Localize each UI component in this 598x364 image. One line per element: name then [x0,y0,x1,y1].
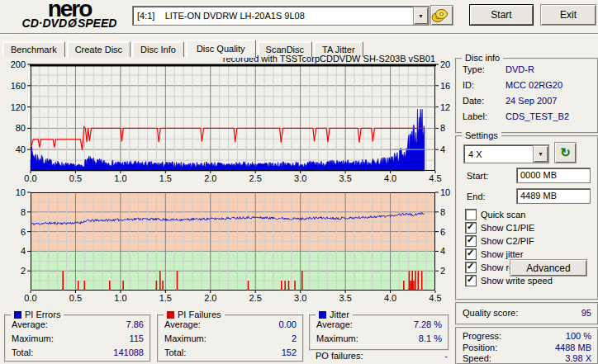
exit-button[interactable]: Exit [540,4,596,26]
disc-info-box: Disc info Type:DVD-R ID:MCC 02RG20 Date:… [455,58,598,134]
nero-cdspeed-window: nero CD·DVDØSPEED [4:1] LITE-ON DVDRW LH… [0,0,598,364]
chevron-down-icon[interactable]: ▼ [533,145,548,163]
settings-title: Settings [462,130,501,141]
svg-text:4: 4 [21,246,26,256]
quality-score-box: Quality score:95 [455,302,598,325]
svg-text:3.0: 3.0 [294,173,306,183]
start-button[interactable]: Start [469,4,534,26]
end-field-label: End: [467,191,486,201]
refresh-button[interactable]: ↻ [554,142,577,163]
disc-info-title: Disc info [462,53,503,64]
progress-box: Progress:100 % Position:4488 MB Speed:3.… [455,327,598,364]
pi-failures-stats-box: PI Failures Average:0.00 Maximum:2 Total… [157,314,304,362]
checkbox[interactable] [465,275,477,286]
svg-text:10: 10 [16,187,26,197]
checkbox[interactable] [465,235,477,247]
svg-text:6: 6 [440,227,445,237]
stat-row: Total:152 [159,347,302,358]
speed-select[interactable]: 4 X ▼ [463,144,549,163]
svg-text:0.5: 0.5 [69,293,82,303]
start-field[interactable]: 0000 MB [516,168,591,183]
jitter-legend: Jitter [316,310,353,320]
start-field-label: Start: [467,171,488,181]
checkbox[interactable] [465,262,477,273]
svg-text:2: 2 [440,266,445,276]
progress-row: Progress:100 % [457,331,597,342]
svg-text:3.5: 3.5 [339,293,351,303]
checkbox-show-c1-pie[interactable]: Show C1/PIE [465,222,534,234]
checkbox-quick-scan[interactable]: Quick scan [465,209,525,220]
pi-failures-legend: PI Failures [164,310,225,320]
disc-stack-icon [431,8,448,23]
svg-text:6: 6 [21,227,26,237]
stat-row: Average:0.00 [159,319,302,330]
svg-text:160: 160 [11,81,26,91]
svg-text:4.5: 4.5 [429,293,441,303]
svg-text:12: 12 [440,102,450,112]
toolbar-separator [0,33,598,35]
quality-score-value: 95 [581,306,591,319]
svg-text:3.0: 3.0 [294,293,306,303]
checkbox[interactable] [465,248,477,260]
checkbox[interactable] [465,222,477,234]
tab-disc-quality[interactable]: Disc Quality [186,40,256,58]
stat-row: Maximum:115 [6,333,150,344]
refresh-icon: ↻ [560,145,571,160]
end-field[interactable]: 4489 MB [516,188,591,204]
disc-glyph-icon: Ø [67,17,78,30]
disc-info-row: ID:MCC 02RG20 [457,79,597,91]
pi-errors-color-swatch [14,311,21,319]
pi-errors-chart: 4080120160200481216200.00.51.01.52.02.53… [0,54,453,187]
svg-text:1.0: 1.0 [114,293,126,303]
svg-text:10: 10 [440,187,450,197]
svg-text:1.5: 1.5 [159,173,172,183]
checkbox[interactable] [465,209,477,220]
svg-text:2.0: 2.0 [204,293,216,303]
svg-text:20: 20 [440,59,450,69]
drive-selector-value: [4:1] LITE-ON DVDRW LH-20A1S 9L08 [133,11,413,21]
svg-text:80: 80 [16,123,26,133]
stat-row: Average:7.86 [6,319,150,330]
svg-text:8: 8 [21,207,26,217]
svg-text:8: 8 [440,207,445,217]
svg-text:40: 40 [16,144,26,154]
drive-selector[interactable]: [4:1] LITE-ON DVDRW LH-20A1S 9L08 ▼ [132,6,430,26]
disc-info-row: Label:CDS_TEST_B2 [457,111,597,122]
svg-text:2: 2 [21,266,26,276]
stat-row: Average:7.28 % [311,319,448,330]
pi-errors-stats-box: PI Errors Average:7.86 Maximum:115 Total… [4,314,151,362]
disc-info-row: Date:24 Sep 2007 [457,95,597,106]
svg-text:4.0: 4.0 [384,293,396,303]
advanced-button[interactable]: Advanced [510,259,587,277]
svg-text:0.0: 0.0 [24,173,36,183]
svg-text:4.5: 4.5 [429,173,441,183]
jitter-stats-box: Jitter Average:7.28 % Maximum:8.1 % [309,314,449,351]
speed-select-value: 4 X [464,149,533,159]
svg-text:4: 4 [440,144,445,154]
cd-dvd-speed-wordmark: CD·DVDØSPEED [12,18,127,29]
chevron-down-icon[interactable]: ▼ [413,7,429,25]
svg-text:3.5: 3.5 [339,173,351,183]
svg-text:0.5: 0.5 [69,173,82,183]
svg-text:4.0: 4.0 [384,173,396,183]
pi-errors-legend: PI Errors [11,310,64,320]
svg-text:1.0: 1.0 [114,173,126,183]
svg-text:8: 8 [440,123,445,133]
jitter-color-swatch [319,311,326,319]
checkbox-show-c2-pif[interactable]: Show C2/PIF [465,235,534,247]
jitter-chart: 2468102468100.00.51.01.52.02.53.03.54.04… [0,187,453,304]
svg-text:2.5: 2.5 [249,173,262,183]
svg-text:1.5: 1.5 [159,293,172,303]
svg-text:120: 120 [11,102,26,112]
pi-failures-color-swatch [167,311,174,319]
settings-box: Settings 4 X ▼ ↻ Start: 0000 MB End: 448… [455,135,598,300]
stat-row: Maximum:8.1 % [311,333,448,344]
disc-info-button[interactable] [430,5,453,26]
svg-text:2.5: 2.5 [249,293,262,303]
checkbox-show-jitter[interactable]: Show jitter [465,248,523,260]
disc-info-row: Type:DVD-R [457,64,597,75]
stat-row: Maximum:2 [159,333,302,344]
svg-text:4: 4 [440,246,445,256]
checkbox-show-write-speed[interactable]: Show write speed [465,275,553,286]
nero-logo: nero CD·DVDØSPEED [12,0,127,29]
